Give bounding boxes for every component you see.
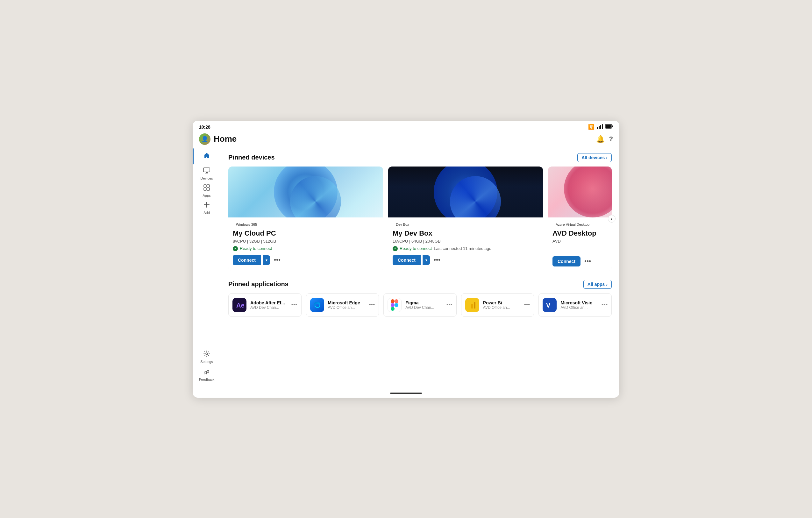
all-devices-button[interactable]: All devices › <box>577 153 612 162</box>
connect-button-avd[interactable]: Connect <box>552 256 580 266</box>
svg-rect-11 <box>207 185 209 187</box>
connect-button-devbox[interactable]: Connect <box>393 255 420 265</box>
svg-rect-27 <box>474 302 475 309</box>
device-body-avd: Azure Virtual Desktop AVD Desktop AVD Co… <box>548 218 612 271</box>
ae-more-button[interactable]: ••• <box>291 301 297 308</box>
figma-icon <box>387 298 402 312</box>
pinned-devices-header: Pinned devices All devices › <box>228 153 612 162</box>
header-right: 🔔 ? <box>596 135 613 143</box>
sidebar-item-add[interactable]: Add <box>195 200 218 216</box>
svg-text:V: V <box>546 302 551 309</box>
sidebar-item-apps[interactable]: Apps <box>195 182 218 199</box>
svg-rect-0 <box>597 127 598 129</box>
app-card-visio[interactable]: V Microsoft Visio AVD Office an... ••• <box>539 293 612 317</box>
devices-icon <box>203 167 210 175</box>
settings-icon <box>203 350 210 358</box>
expand-button-avd[interactable]: › <box>608 215 615 223</box>
figma-info: Figma AVD Dev Chan... <box>405 300 443 310</box>
svg-rect-22 <box>391 303 395 307</box>
svg-rect-8 <box>206 172 208 173</box>
edge-source: AVD Office an... <box>328 305 365 310</box>
app-card-figma[interactable]: Figma AVD Dev Chan... ••• <box>383 293 457 317</box>
more-button-cloudpc[interactable]: ••• <box>272 255 283 265</box>
device-status-avd <box>552 246 607 253</box>
main-content: Pinned devices All devices › Windows 365… <box>221 148 619 389</box>
all-devices-label: All devices <box>581 155 605 160</box>
more-button-devbox[interactable]: ••• <box>432 255 442 265</box>
connect-dropdown-cloudpc[interactable]: ▾ <box>263 255 270 265</box>
device-type-devbox: Dev Box <box>393 222 412 227</box>
connect-dropdown-devbox[interactable]: ▾ <box>423 255 430 265</box>
device-specs-devbox: 16vCPU | 64GB | 2048GB <box>393 239 539 243</box>
powerbi-name: Power Bi <box>483 300 520 305</box>
device-name-avd: AVD Desktop <box>552 229 607 237</box>
svg-rect-12 <box>204 188 206 191</box>
powerbi-info: Power Bi AVD Office an... <box>483 300 520 310</box>
app-card-edge[interactable]: Microsoft Edge AVD Office an... ••• <box>306 293 379 317</box>
feedback-icon <box>203 368 210 376</box>
device-name-devbox: My Dev Box <box>393 229 539 237</box>
page-title: Home <box>214 134 237 144</box>
svg-rect-2 <box>600 125 601 129</box>
avd-card-wrapper: Azure Virtual Desktop AVD Desktop AVD Co… <box>548 167 612 271</box>
device-type-cloudpc: Windows 365 <box>233 222 260 227</box>
device-card-avd: Azure Virtual Desktop AVD Desktop AVD Co… <box>548 167 612 271</box>
all-apps-button[interactable]: All apps › <box>583 280 612 289</box>
edge-name: Microsoft Edge <box>328 300 365 305</box>
last-connected-devbox: Last connected 11 minutes ago <box>434 246 491 251</box>
help-button[interactable]: ? <box>609 135 613 143</box>
pinned-apps-title: Pinned applications <box>228 281 289 288</box>
device-actions-avd: Connect ••• <box>552 256 607 266</box>
figma-more-button[interactable]: ••• <box>446 301 453 308</box>
sidebar: Devices Apps Add Settings <box>193 148 221 389</box>
sidebar-item-home[interactable] <box>195 148 218 165</box>
connect-button-cloudpc[interactable]: Connect <box>233 255 261 265</box>
add-icon <box>203 201 210 209</box>
app-container: 10:28 🛜 👤 Home 🔔 ? <box>193 121 619 398</box>
device-status-devbox: Ready to connect Last connected 11 minut… <box>393 246 539 251</box>
apps-icon <box>203 184 210 192</box>
powerbi-more-button[interactable]: ••• <box>524 301 530 308</box>
device-status-cloudpc: Ready to connect <box>233 246 379 251</box>
device-type-avd: Azure Virtual Desktop <box>552 222 592 227</box>
svg-rect-6 <box>606 125 611 128</box>
svg-rect-21 <box>395 299 398 303</box>
device-specs-cloudpc: 8vCPU | 32GB | 512GB <box>233 239 379 243</box>
sidebar-feedback-label: Feedback <box>199 378 214 381</box>
home-indicator <box>390 393 422 394</box>
sidebar-item-settings[interactable]: Settings <box>195 349 218 365</box>
visio-info: Microsoft Visio AVD Office an... <box>560 300 598 310</box>
edge-icon <box>310 298 324 312</box>
svg-rect-3 <box>602 124 603 129</box>
visio-more-button[interactable]: ••• <box>602 301 608 308</box>
svg-point-18 <box>207 370 209 372</box>
more-button-avd[interactable]: ••• <box>582 256 593 266</box>
svg-rect-20 <box>391 299 395 303</box>
app-card-powerbi[interactable]: Power Bi AVD Office an... ••• <box>461 293 534 317</box>
ae-name: Adobe After Ef... <box>250 300 288 305</box>
bottom-bar <box>193 389 619 398</box>
sidebar-settings-label: Settings <box>200 360 213 364</box>
svg-point-16 <box>206 353 208 355</box>
sidebar-item-devices[interactable]: Devices <box>195 165 218 182</box>
ae-source: AVD Dev Chan... <box>250 305 288 310</box>
status-bar: 10:28 🛜 <box>193 121 619 132</box>
edge-info: Microsoft Edge AVD Office an... <box>328 300 365 310</box>
svg-rect-5 <box>612 125 613 127</box>
sidebar-item-feedback[interactable]: Feedback <box>195 367 218 383</box>
battery-icon <box>605 124 613 130</box>
device-card-cloudpc: Windows 365 My Cloud PC 8vCPU | 32GB | 5… <box>228 167 383 271</box>
sidebar-bottom: Settings Feedback <box>195 349 218 384</box>
status-text-devbox: Ready to connect <box>400 246 432 251</box>
device-card-devbox: Dev Box My Dev Box 16vCPU | 64GB | 2048G… <box>388 167 543 271</box>
device-thumb-avd <box>548 167 612 218</box>
notification-button[interactable]: 🔔 <box>596 135 605 143</box>
device-actions-cloudpc: Connect ▾ ••• <box>233 255 379 265</box>
app-card-ae[interactable]: Ae Adobe After Ef... AVD Dev Chan... ••• <box>228 293 301 317</box>
svg-rect-13 <box>207 188 209 191</box>
device-thumb-cloudpc <box>228 167 383 218</box>
device-actions-devbox: Connect ▾ ••• <box>393 255 539 265</box>
edge-more-button[interactable]: ••• <box>369 301 375 308</box>
sidebar-apps-label: Apps <box>203 194 210 197</box>
svg-rect-25 <box>469 306 470 309</box>
